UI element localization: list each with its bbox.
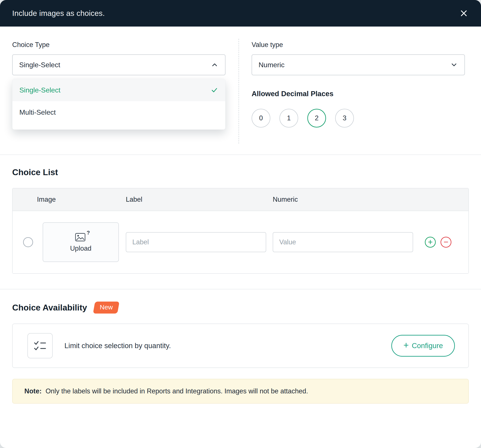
choice-row: ? Upload + − bbox=[13, 211, 468, 273]
value-type-column: Value type Numeric Allowed Decimal Place… bbox=[252, 37, 465, 127]
choice-list-title: Choice List bbox=[12, 168, 469, 177]
check-icon bbox=[210, 86, 218, 94]
dropdown-option-multi-select[interactable]: Multi-Select bbox=[12, 101, 225, 123]
modal-title: Include images as choices. bbox=[12, 9, 105, 18]
plus-icon: + bbox=[403, 341, 409, 350]
column-header-image: Image bbox=[37, 196, 126, 203]
choice-type-selected-value: Single-Select bbox=[19, 61, 60, 69]
close-icon bbox=[459, 9, 468, 18]
choice-type-column: Choice Type Single-Select Single-Select … bbox=[12, 37, 225, 130]
remove-choice-button[interactable]: − bbox=[441, 237, 451, 248]
column-header-label: Label bbox=[126, 196, 273, 203]
configure-button[interactable]: + Configure bbox=[391, 335, 455, 357]
value-type-label: Value type bbox=[252, 41, 465, 49]
decimal-option-3[interactable]: 3 bbox=[335, 109, 354, 127]
dropdown-option-label: Single-Select bbox=[19, 86, 60, 94]
choice-radio[interactable] bbox=[23, 237, 33, 247]
value-type-select[interactable]: Numeric bbox=[252, 54, 465, 75]
choice-type-label: Choice Type bbox=[12, 41, 225, 49]
table-header-row: Image Label Numeric bbox=[13, 188, 468, 211]
choice-type-select[interactable]: Single-Select bbox=[12, 54, 225, 75]
choice-availability-section: Choice Availability New Limit choice sel… bbox=[0, 289, 481, 404]
row-actions: + − bbox=[425, 237, 451, 248]
availability-title: Choice Availability bbox=[12, 303, 87, 313]
modal-header: Include images as choices. bbox=[0, 0, 481, 27]
type-settings-section: Choice Type Single-Select Single-Select … bbox=[0, 27, 481, 155]
dropdown-option-single-select[interactable]: Single-Select bbox=[12, 79, 225, 101]
checklist-icon bbox=[27, 333, 53, 358]
availability-description: Limit choice selection by quantity. bbox=[64, 342, 391, 350]
chevron-down-icon bbox=[450, 61, 458, 69]
availability-heading: Choice Availability New bbox=[12, 302, 469, 314]
configure-label: Configure bbox=[412, 342, 443, 350]
image-choices-modal: Include images as choices. Choice Type S… bbox=[0, 0, 481, 448]
choice-label-input[interactable] bbox=[126, 232, 266, 252]
availability-card: Limit choice selection by quantity. + Co… bbox=[12, 324, 469, 368]
minus-icon: − bbox=[443, 238, 448, 246]
close-button[interactable] bbox=[458, 7, 470, 20]
value-type-selected-value: Numeric bbox=[259, 61, 285, 69]
new-badge: New bbox=[93, 302, 120, 314]
choice-type-dropdown: Single-Select Multi-Select bbox=[12, 79, 225, 130]
upload-label: Upload bbox=[70, 245, 91, 252]
decimal-option-2[interactable]: 2 bbox=[307, 109, 326, 127]
decimal-places-options: 0 1 2 3 bbox=[252, 109, 465, 127]
choice-list-table: Image Label Numeric ? Upload bbox=[12, 188, 469, 274]
image-upload-button[interactable]: ? Upload bbox=[43, 222, 119, 262]
decimal-places-label: Allowed Decimal Places bbox=[252, 90, 465, 98]
note-text: Only the labels will be included in Repo… bbox=[45, 387, 308, 395]
column-header-numeric: Numeric bbox=[273, 196, 468, 203]
note-label: Note: bbox=[24, 387, 42, 395]
plus-icon: + bbox=[428, 238, 433, 246]
note-box: Note: Only the labels will be included i… bbox=[12, 379, 469, 404]
chevron-up-icon bbox=[211, 61, 218, 69]
dropdown-option-label: Multi-Select bbox=[19, 108, 56, 116]
decimal-option-1[interactable]: 1 bbox=[279, 109, 298, 127]
vertical-divider bbox=[239, 39, 239, 144]
decimal-option-0[interactable]: 0 bbox=[252, 109, 270, 127]
choice-list-section: Choice List Image Label Numeric ? bbox=[0, 155, 481, 289]
image-upload-icon: ? bbox=[75, 232, 87, 242]
add-choice-button[interactable]: + bbox=[425, 237, 436, 248]
choice-value-input[interactable] bbox=[273, 232, 413, 252]
